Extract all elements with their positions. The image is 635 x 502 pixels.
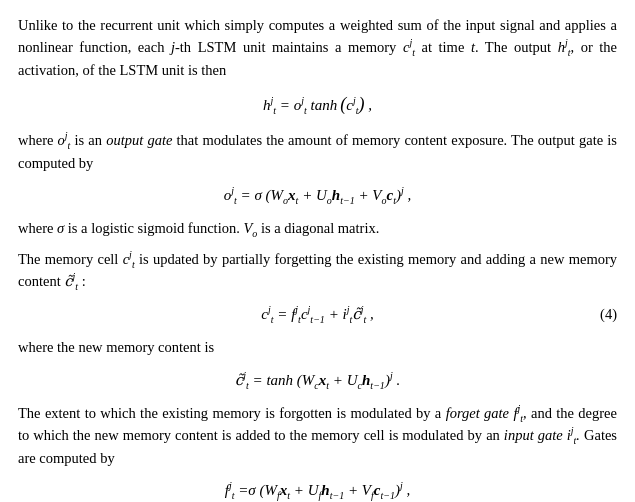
- paragraph-1: Unlike to the recurrent unit which simpl…: [18, 14, 617, 81]
- equation-4: c̃jt = tanh (Wcxt + Ucht−1)j .: [18, 369, 617, 392]
- equation-3: cjt = fjtcjt−1 + ijtc̃jt , (4): [18, 303, 617, 326]
- paragraph-2: where ojt is an output gate that modulat…: [18, 129, 617, 174]
- paragraph-6: The extent to which the existing memory …: [18, 402, 617, 469]
- main-content: Unlike to the recurrent unit which simpl…: [18, 14, 617, 502]
- paragraph-4: The memory cell cjt is updated by partia…: [18, 248, 617, 293]
- paragraph-5: where the new memory content is: [18, 336, 617, 358]
- equation-3-number: (4): [600, 303, 617, 325]
- paragraph-3: where σ is a logistic sigmoid function. …: [18, 217, 617, 239]
- equation-2: ojt = σ (Woxt + Uoht−1 + Voct)j ,: [18, 184, 617, 207]
- equation-5: fjt =σ (Wfxt + Ufht−1 + Vfct−1)j , ijt =…: [18, 479, 617, 502]
- equation-1: hjt = ojt tanh (cjt) ,: [18, 91, 617, 119]
